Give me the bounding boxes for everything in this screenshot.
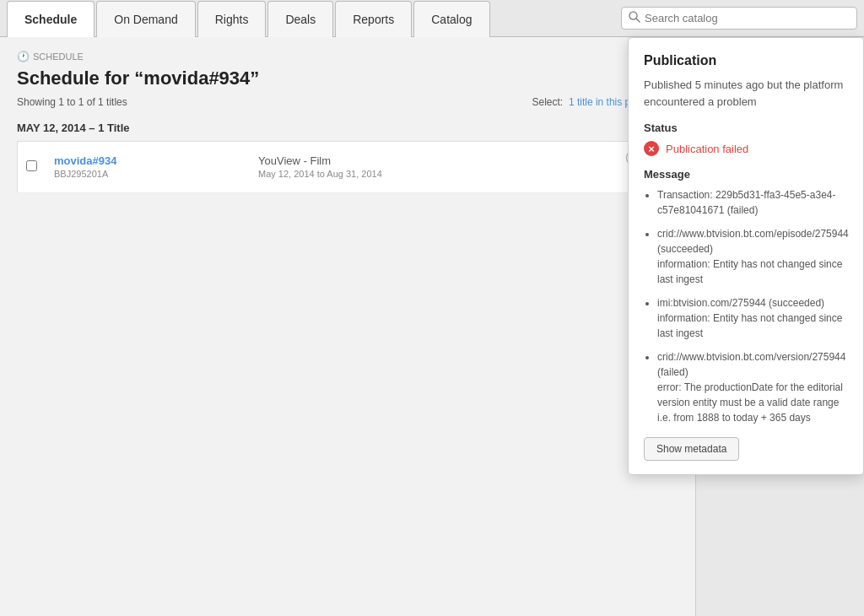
list-item: imi:btvision.com/275944 (succeeded) info… <box>657 295 848 341</box>
search-box <box>621 7 857 30</box>
left-panel: 🕐 SCHEDULE Schedule for “movida#934” Mod… <box>0 37 695 616</box>
status-text: Publication failed <box>666 143 748 155</box>
schedule-table: movida#934 BBJ295201A YouView - Film May… <box>17 141 678 193</box>
title-meta-row: Schedule for “movida#934” Modify <box>17 68 678 96</box>
title-cell: movida#934 BBJ295201A <box>46 142 250 193</box>
message-section-title: Message <box>644 168 848 181</box>
showing-text: Showing 1 to 1 of 1 titles <box>17 96 127 108</box>
row-checkbox[interactable] <box>26 160 37 171</box>
top-navigation: Schedule On Demand Rights Deals Reports … <box>0 0 864 37</box>
date-group: MAY 12, 2014 – 1 Title movida#934 BBJ295… <box>17 122 678 193</box>
clock-icon: 🕐 <box>17 51 30 62</box>
tab-schedule[interactable]: Schedule <box>7 1 94 37</box>
page-title: Schedule for “movida#934” <box>17 68 259 89</box>
title-link[interactable]: movida#934 <box>54 154 116 167</box>
tab-on-demand[interactable]: On Demand <box>96 1 195 37</box>
search-area <box>621 0 857 36</box>
list-item: crid://www.btvision.bt.com/episode/27594… <box>657 226 848 287</box>
search-input[interactable] <box>645 12 850 24</box>
subtitle: BBJ295201A <box>54 169 108 179</box>
date-heading: MAY 12, 2014 – 1 Title <box>17 122 678 134</box>
list-item: crid://www.btvision.bt.com/version/27594… <box>657 349 848 425</box>
status-failed-icon: × <box>644 141 659 156</box>
show-metadata-button[interactable]: Show metadata <box>644 437 739 461</box>
schedule-label: 🕐 SCHEDULE <box>17 51 678 62</box>
search-icon <box>629 11 640 25</box>
list-item: Transaction: 229b5d31-ffa3-45e5-a3e4-c57… <box>657 187 848 218</box>
publication-popup: Publication Published 5 minutes ago but … <box>628 37 864 475</box>
platform-cell: YouView - Film May 12, 2014 to Aug 31, 2… <box>250 142 610 193</box>
tab-rights[interactable]: Rights <box>197 1 267 37</box>
tab-reports[interactable]: Reports <box>335 1 412 37</box>
svg-line-1 <box>636 19 640 22</box>
tab-deals[interactable]: Deals <box>267 1 333 37</box>
status-row: × Publication failed <box>644 141 848 156</box>
message-list: Transaction: 229b5d31-ffa3-45e5-a3e4-c57… <box>644 187 848 425</box>
tab-catalog[interactable]: Catalog <box>413 1 489 37</box>
table-row: movida#934 BBJ295201A YouView - Film May… <box>18 142 678 193</box>
row-checkbox-cell <box>18 142 46 193</box>
status-section-title: Status <box>644 122 848 134</box>
date-range: May 12, 2014 to Aug 31, 2014 <box>258 169 382 179</box>
showing-row: Showing 1 to 1 of 1 titles Select: 1 tit… <box>17 96 678 108</box>
popup-title: Publication <box>644 53 848 68</box>
platform-name: YouView - Film <box>258 154 331 167</box>
popup-description: Published 5 minutes ago but the platform… <box>644 77 848 110</box>
